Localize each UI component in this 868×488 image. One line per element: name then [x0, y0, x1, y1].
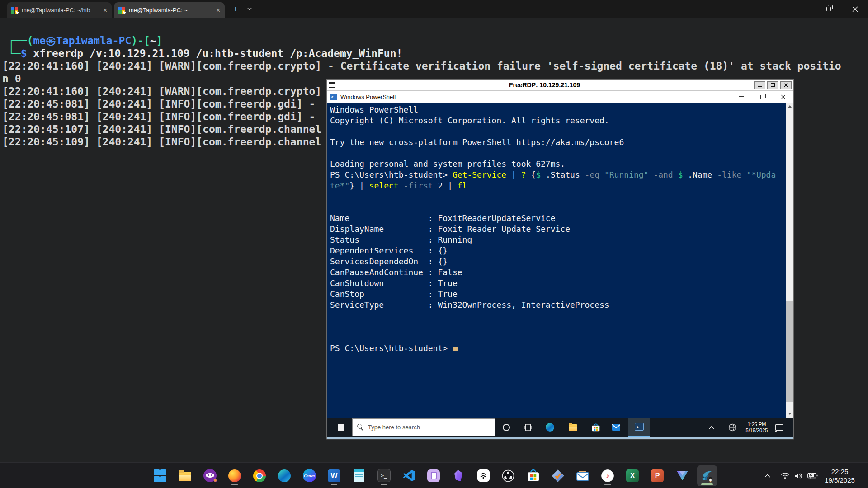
ps-output-line: CanPauseAndContinue : False: [330, 267, 784, 278]
ps-output-line: Status : Running: [330, 235, 784, 245]
action-center-icon: [775, 424, 783, 431]
rdp-file-explorer-button[interactable]: [565, 418, 581, 437]
close-icon: [852, 6, 858, 12]
rdp-cortana-button[interactable]: [498, 418, 514, 437]
host-word-button[interactable]: W: [324, 465, 344, 486]
host-date: 19/5/2025: [825, 476, 855, 484]
host-obsidian-button[interactable]: [448, 465, 468, 486]
powershell-restore-button[interactable]: [752, 91, 773, 103]
host-itunes-button[interactable]: ♪: [598, 465, 618, 486]
cortana-icon: [503, 424, 510, 431]
freerdp-window: FreeRDP: 10.129.21.109 >_ Windows PowerS…: [326, 79, 794, 439]
host-tray-expand-button[interactable]: [762, 463, 773, 488]
rdp-minimize-button[interactable]: [754, 81, 765, 89]
file-explorer-icon: [179, 472, 191, 481]
rdp-action-center-button[interactable]: [772, 418, 786, 437]
host-chrome-button[interactable]: [250, 465, 269, 486]
new-tab-button[interactable]: +: [228, 0, 243, 18]
kali-prompt-command: └─$ xfreerdp /v:10.129.21.109 /u:htb-stu…: [0, 47, 868, 60]
host-wifi-button[interactable]: [779, 463, 791, 488]
host-kali-vm-button[interactable]: [697, 465, 717, 486]
freerdp-titlebar[interactable]: FreeRDP: 10.129.21.109: [327, 80, 793, 90]
tab-dropdown-button[interactable]: [243, 0, 256, 18]
rdp-edge-button[interactable]: [542, 418, 558, 437]
capcut-icon: [477, 469, 490, 482]
host-clock[interactable]: 22:25 19/5/2025: [822, 463, 858, 488]
powerpoint-icon: P: [651, 469, 664, 482]
host-microsoft-store-button[interactable]: [523, 465, 543, 486]
canva-icon: Canva: [303, 469, 316, 482]
host-volume-button[interactable]: [793, 463, 804, 488]
host-proton-vpn-button[interactable]: [672, 465, 692, 486]
rdp-task-view-button[interactable]: [520, 418, 536, 437]
host-notepad-button[interactable]: [349, 465, 369, 486]
scroll-down-button[interactable]: [786, 410, 793, 418]
arrow-down-icon: [788, 413, 792, 415]
host-capcut-button[interactable]: [473, 465, 493, 486]
ps-banner-line: Try the new cross-platform PowerShell ht…: [330, 137, 784, 148]
purple-mask-app-icon: [203, 469, 217, 482]
ps-prompt-line: PS C:\Users\htb-student>: [330, 343, 784, 354]
obs-studio-icon: [502, 469, 514, 482]
mail-icon: [612, 424, 620, 431]
wifi-icon: [781, 472, 789, 479]
microsoft-store-icon: [527, 469, 539, 482]
powershell-titlebar[interactable]: >_ Windows PowerShell: [327, 90, 793, 103]
host-firefox-button[interactable]: [225, 465, 245, 486]
host-start-button[interactable]: [150, 465, 170, 486]
tab-close-icon[interactable]: ×: [103, 7, 107, 14]
terminal-restore-button[interactable]: [816, 0, 842, 18]
rdp-store-button[interactable]: [588, 418, 604, 437]
terminal-tab-home[interactable]: me@Tapiwamla-PC: ~ ×: [114, 2, 225, 18]
rdp-clock[interactable]: 1:25 PM 5/19/2025: [745, 418, 769, 437]
terminal-minimize-button[interactable]: [789, 0, 816, 18]
host-purple-device-app-button[interactable]: [424, 465, 443, 486]
host-terminal-button[interactable]: >_: [374, 465, 394, 486]
search-icon: [357, 424, 364, 431]
powershell-scrollbar[interactable]: [786, 103, 793, 418]
scroll-up-button[interactable]: [786, 103, 793, 110]
freerdp-log-line: [22:20:41:160] [240:241] [WARN][com.free…: [0, 60, 868, 72]
host-canva-button[interactable]: Canva: [299, 465, 319, 486]
file-explorer-icon: [569, 424, 577, 431]
host-excel-button[interactable]: X: [623, 465, 642, 486]
host-edge-button[interactable]: [274, 465, 294, 486]
powershell-minimize-button[interactable]: [731, 91, 752, 103]
rdp-start-button[interactable]: [332, 418, 349, 437]
powershell-console[interactable]: Windows PowerShell Copyright (C) Microso…: [327, 103, 793, 418]
terminal-tab-bar: me@Tapiwamla-PC: ~/htb × me@Tapiwamla-PC…: [0, 0, 868, 18]
maximize-icon: [771, 83, 775, 87]
word-icon: W: [328, 469, 340, 482]
host-file-explorer-button[interactable]: [175, 465, 195, 486]
rdp-time: 1:25 PM: [745, 422, 769, 427]
ps-output-line: ServicesDependedOn : {}: [330, 256, 784, 267]
rdp-window-bottom-edge: [327, 437, 793, 439]
speaker-icon: [795, 473, 802, 479]
host-vscode-button[interactable]: [399, 465, 419, 486]
scrollbar-thumb[interactable]: [786, 301, 793, 402]
rdp-maximize-button[interactable]: [767, 81, 778, 89]
host-powerpoint-button[interactable]: P: [647, 465, 667, 486]
terminal-close-button[interactable]: [842, 0, 868, 18]
rdp-close-button[interactable]: [780, 81, 792, 89]
host-obs-studio-button[interactable]: [498, 465, 518, 486]
host-checkmark-app-button[interactable]: [548, 465, 568, 486]
rdp-tray-expand-button[interactable]: [706, 418, 717, 437]
host-battery-button[interactable]: [805, 463, 820, 488]
host-purple-mask-app-button[interactable]: [200, 465, 220, 486]
task-view-icon: [524, 424, 532, 431]
powershell-close-button[interactable]: [773, 91, 793, 103]
rdp-powershell-taskbar-button[interactable]: >_: [628, 418, 650, 437]
host-mail-app-button[interactable]: [573, 465, 593, 486]
terminal-tab-htb[interactable]: me@Tapiwamla-PC: ~/htb ×: [7, 2, 112, 18]
terminal-tab-label: me@Tapiwamla-PC: ~/htb: [22, 7, 100, 14]
edge-icon: [546, 423, 554, 432]
rdp-mail-button[interactable]: [608, 418, 624, 437]
rdp-network-button[interactable]: [727, 418, 738, 437]
search-input[interactable]: [368, 424, 476, 431]
rdp-search-box[interactable]: [352, 418, 495, 436]
minimize-icon: [758, 86, 762, 87]
obsidian-icon: [453, 469, 464, 482]
ps-output-line: DisplayName : Foxit Reader Update Servic…: [330, 224, 784, 235]
tab-close-icon[interactable]: ×: [216, 7, 220, 14]
